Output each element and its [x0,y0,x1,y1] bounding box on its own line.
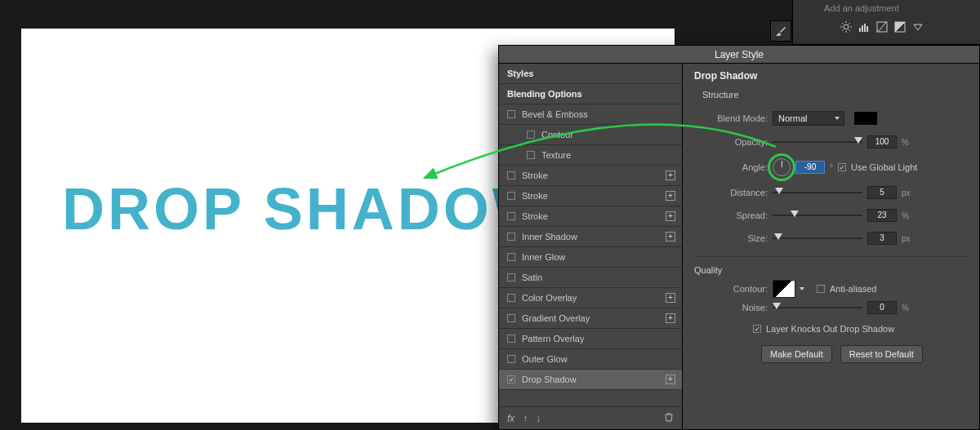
sidebar-item-label: Stroke [522,171,548,180]
distance-input[interactable]: 5 [867,186,897,199]
shadow-color-swatch[interactable] [854,112,877,125]
checkbox-icon[interactable] [507,192,515,200]
trash-icon[interactable] [664,412,674,424]
sidebar-item-stroke[interactable]: Stroke+ [499,166,682,186]
sidebar-item-bevel[interactable]: Bevel & Emboss [499,104,682,125]
sidebar-item-texture[interactable]: Texture [499,145,682,166]
noise-input[interactable]: 0 [867,301,897,314]
levels-icon[interactable] [858,21,870,33]
checkbox-icon[interactable] [507,294,515,302]
svg-line-7 [842,30,844,32]
quality-heading: Quality [694,265,968,275]
svg-rect-12 [866,26,868,32]
checkbox-icon[interactable] [507,355,515,363]
checkbox-icon[interactable] [507,273,515,281]
opacity-label: Opacity: [694,137,768,147]
noise-slider[interactable] [773,304,862,312]
sidebar-header-styles[interactable]: Styles [499,64,682,84]
sidebar-item-inner-shadow[interactable]: Inner Shadow+ [499,227,682,247]
arrow-down-icon[interactable]: ↓ [536,413,541,424]
svg-line-6 [849,30,851,32]
panel-heading: Drop Shadow [694,70,968,82]
arrow-up-icon[interactable]: ↑ [523,413,528,424]
use-global-light-checkbox[interactable]: ✓ [838,163,846,171]
unit-label: ° [830,163,833,172]
noise-row: Noise: 0 % [694,301,968,314]
checkbox-icon[interactable] [527,151,535,159]
sidebar-item-label: Inner Glow [522,252,565,262]
drop-shadow-panel: Drop Shadow Structure Blend Mode: Normal… [683,64,979,429]
sidebar-item-label: Drop Shadow [522,375,577,384]
plus-icon[interactable]: + [666,171,675,180]
checkbox-icon[interactable] [507,335,515,343]
reset-default-button[interactable]: Reset to Default [840,345,923,363]
brush-tool-icon[interactable] [770,20,791,42]
sidebar-item-label: Pattern Overlay [522,334,584,344]
layer-knocks-out-checkbox[interactable]: ✓ [753,325,761,333]
distance-label: Distance: [694,188,768,197]
dialog-title: Layer Style [499,46,979,64]
checkbox-icon[interactable] [507,233,515,241]
blend-mode-label: Blend Mode: [694,113,768,123]
fx-icon[interactable]: fx [507,413,514,424]
sidebar-footer: fx ↑ ↓ [499,406,682,429]
more-icon[interactable] [912,21,924,33]
brightness-icon[interactable] [840,21,852,33]
svg-rect-11 [864,24,866,32]
plus-icon[interactable]: + [666,232,675,242]
sidebar-item-pattern-overlay[interactable]: Pattern Overlay [499,329,682,349]
spread-input[interactable]: 23 [867,209,897,222]
plus-icon[interactable]: + [666,191,675,201]
checkbox-icon[interactable] [507,171,515,180]
unit-label: % [902,138,909,147]
sidebar-item-color-overlay[interactable]: Color Overlay+ [499,288,682,308]
unit-label: % [902,304,909,313]
sidebar-item-satin[interactable]: Satin [499,268,682,288]
sidebar-item-stroke[interactable]: Stroke+ [499,206,682,227]
sidebar-item-inner-glow[interactable]: Inner Glow [499,247,682,268]
sidebar-item-contour[interactable]: Contour [499,125,682,145]
angle-dial[interactable] [773,158,791,176]
opacity-row: Opacity: 100 % [694,135,968,149]
opacity-slider[interactable] [773,138,862,146]
sidebar-item-label: Color Overlay [522,293,577,303]
checkbox-icon[interactable] [527,131,535,139]
size-input[interactable]: 3 [867,232,897,245]
sidebar-header-blending[interactable]: Blending Options [499,84,682,104]
curves-icon[interactable] [876,21,888,33]
size-slider[interactable] [773,234,862,242]
structure-heading: Structure [702,90,968,100]
blend-mode-row: Blend Mode: Normal [694,111,968,126]
plus-icon[interactable]: + [666,375,675,384]
plus-icon[interactable]: + [666,211,675,221]
contour-row: Contour: Anti-aliased [694,280,968,298]
angle-input[interactable]: -90 [795,161,825,174]
checkbox-icon[interactable] [507,212,515,220]
sidebar-item-gradient-overlay[interactable]: Gradient Overlay+ [499,308,682,329]
make-default-button[interactable]: Make Default [761,345,832,363]
contour-picker[interactable] [773,280,795,298]
plus-icon[interactable]: + [666,313,675,323]
angle-row: Angle: -90 ° ✓ Use Global Light [694,158,968,176]
checkbox-icon[interactable] [507,253,515,261]
svg-line-5 [842,23,844,24]
spread-slider[interactable] [773,211,862,219]
plus-icon[interactable]: + [666,293,675,303]
sidebar-item-outer-glow[interactable]: Outer Glow [499,349,682,370]
checkbox-icon[interactable]: ✓ [507,375,515,383]
sidebar-item-drop-shadow[interactable]: ✓Drop Shadow+ [499,370,682,390]
checkbox-icon[interactable] [507,314,515,322]
anti-aliased-checkbox[interactable] [817,285,825,293]
sidebar-item-stroke[interactable]: Stroke+ [499,186,682,206]
checkbox-icon[interactable] [507,110,515,118]
exposure-icon[interactable] [894,21,906,33]
opacity-input[interactable]: 100 [867,135,897,149]
size-label: Size: [694,233,768,243]
styles-sidebar: Styles Blending Options Bevel & Emboss C… [499,64,683,429]
sidebar-item-label: Stroke [522,211,548,221]
layer-knocks-out-label: Layer Knocks Out Drop Shadow [766,324,894,334]
distance-slider[interactable] [773,188,862,197]
sidebar-item-label: Contour [541,130,573,140]
svg-point-0 [844,24,849,29]
blend-mode-dropdown[interactable]: Normal [773,111,844,126]
